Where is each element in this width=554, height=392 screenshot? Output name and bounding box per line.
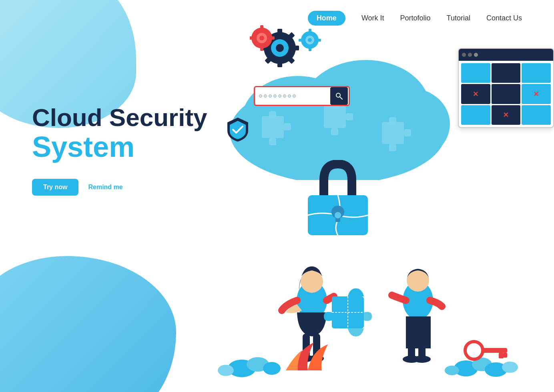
svg-point-18 (276, 44, 284, 52)
svg-point-48 (301, 270, 323, 293)
svg-rect-73 (481, 348, 507, 353)
window-titlebar (459, 49, 553, 61)
svg-rect-12 (382, 122, 404, 144)
svg-point-29 (259, 36, 264, 40)
hero-title-line2: System (32, 131, 207, 163)
search-dot (278, 94, 281, 98)
nav-item-tutorial[interactable]: Tutorial (447, 14, 470, 22)
svg-rect-20 (277, 61, 282, 67)
search-dot (293, 94, 296, 98)
svg-rect-40 (299, 39, 303, 42)
svg-rect-6 (269, 138, 276, 145)
window-grid: × × × (459, 61, 553, 127)
nav-item-portfolio[interactable]: Portofolio (400, 14, 431, 22)
grid-cell-9 (522, 105, 551, 125)
search-dot (283, 94, 286, 98)
people-group (194, 226, 554, 380)
svg-rect-8 (324, 106, 346, 128)
svg-rect-74 (499, 353, 504, 358)
svg-rect-13 (389, 117, 396, 124)
nav-item-home[interactable]: Home (308, 11, 345, 26)
svg-point-46 (335, 212, 341, 218)
svg-point-66 (218, 365, 234, 376)
grid-cell-3 (522, 63, 551, 83)
bg-blob-bottom-left (0, 256, 176, 392)
svg-rect-75 (503, 353, 507, 358)
search-dot (259, 94, 262, 98)
svg-rect-11 (346, 113, 353, 120)
window-dot-1 (462, 53, 466, 57)
window-dot-2 (468, 53, 472, 57)
grid-cell-8: × (492, 105, 521, 125)
svg-point-62 (413, 356, 431, 363)
svg-point-72 (465, 342, 483, 359)
svg-rect-31 (260, 46, 263, 51)
search-dot (264, 94, 267, 98)
main-illustration: × × × (194, 0, 554, 392)
nav-item-contact[interactable]: Contact Us (486, 14, 522, 22)
hero-title-line1: Cloud Security (32, 104, 207, 131)
hero-text: Cloud Security System Try now Remind me (32, 104, 207, 196)
remind-me-button[interactable]: Remind me (88, 184, 122, 191)
svg-rect-39 (317, 39, 321, 42)
search-dots (259, 94, 329, 98)
grid-cell-4: × (461, 84, 490, 104)
svg-point-70 (502, 362, 518, 373)
navigation: Home Work It Portofolio Tutorial Contact… (0, 0, 554, 36)
grid-cell-2 (492, 63, 521, 83)
svg-rect-60 (418, 334, 426, 358)
hero-buttons: Try now Remind me (32, 179, 207, 196)
window-dot-3 (474, 53, 478, 57)
ui-window: × × × (458, 48, 554, 128)
grid-cell-5 (492, 84, 521, 104)
svg-rect-4 (262, 116, 284, 138)
search-icon-box[interactable] (330, 87, 348, 105)
svg-rect-32 (270, 36, 275, 40)
grid-cell-6: × (522, 84, 551, 104)
svg-rect-10 (331, 128, 338, 135)
svg-line-42 (340, 97, 342, 99)
svg-rect-5 (269, 111, 276, 118)
svg-rect-15 (404, 129, 411, 136)
grid-cell-7 (461, 105, 490, 125)
svg-point-36 (308, 38, 312, 42)
search-dot (269, 94, 272, 98)
grid-cell-1 (461, 63, 490, 83)
svg-rect-21 (293, 46, 299, 50)
svg-rect-33 (250, 36, 254, 40)
search-bar[interactable] (254, 86, 350, 106)
search-dot (288, 94, 291, 98)
svg-point-71 (445, 366, 459, 375)
svg-rect-59 (408, 334, 415, 358)
try-now-button[interactable]: Try now (32, 179, 78, 196)
svg-rect-14 (389, 144, 396, 151)
search-dot (273, 94, 277, 98)
nav-item-workit[interactable]: Work It (361, 14, 384, 22)
svg-rect-38 (309, 47, 311, 51)
svg-point-65 (263, 362, 281, 375)
shield-icon (226, 116, 250, 143)
nav-items: Home Work It Portofolio Tutorial Contact… (308, 11, 522, 26)
svg-rect-7 (284, 123, 291, 130)
